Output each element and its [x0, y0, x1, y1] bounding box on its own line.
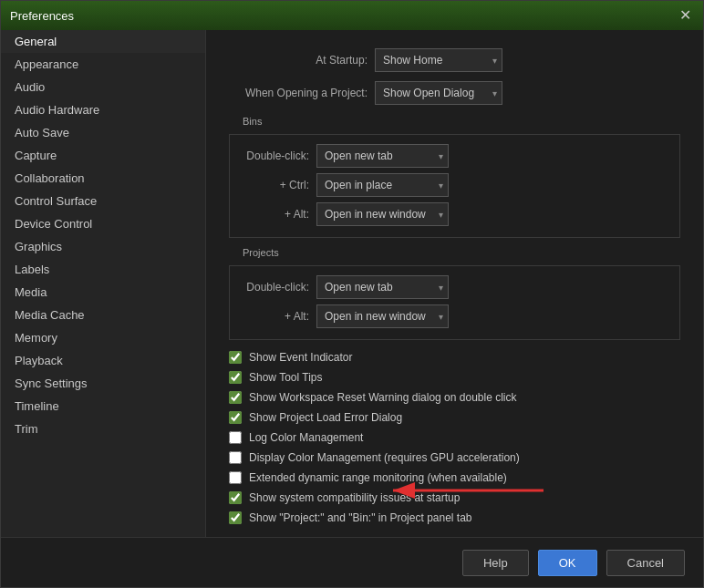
- projects-title: Projects: [243, 247, 680, 258]
- startup-label: At Startup:: [229, 54, 375, 67]
- checkbox-label-2: Show Workspace Reset Warning dialog on d…: [249, 391, 516, 404]
- checkbox-row-4: Log Color Management: [229, 431, 680, 444]
- bins-group: Double-click: Open new tabOpen in placeO…: [229, 134, 680, 238]
- checkbox-5[interactable]: [229, 451, 242, 464]
- cancel-button[interactable]: Cancel: [606, 550, 685, 576]
- projects-dblclick-select[interactable]: Open new tabOpen in placeOpen in new win…: [316, 275, 449, 299]
- checkbox-1[interactable]: [229, 371, 242, 384]
- dialog-title: Preferences: [10, 9, 74, 23]
- bins-dblclick-label: Double-click:: [243, 150, 316, 162]
- main-panel: At Startup: Show HomeShow Open DialogOpe…: [206, 30, 703, 537]
- sidebar-item-trim[interactable]: Trim: [1, 418, 205, 440]
- arrow-indicator: [384, 477, 548, 504]
- projects-alt-row: + Alt: Open in new windowOpen new tabOpe…: [243, 304, 666, 328]
- projects-dblclick-select-wrapper: Open new tabOpen in placeOpen in new win…: [316, 275, 449, 299]
- bins-ctrl-row: + Ctrl: Open in placeOpen new tabOpen in…: [243, 173, 666, 197]
- opening-row: When Opening a Project: Show Open Dialog…: [229, 81, 680, 105]
- bins-alt-select-wrapper: Open in new windowOpen new tabOpen in pl…: [316, 202, 449, 226]
- bins-alt-select[interactable]: Open in new windowOpen new tabOpen in pl…: [316, 202, 449, 226]
- sidebar: GeneralAppearanceAudioAudio HardwareAuto…: [1, 30, 206, 537]
- bins-section: Bins Double-click: Open new tabOpen in p…: [229, 116, 680, 238]
- preferences-dialog: Preferences ✕ GeneralAppearanceAudioAudi…: [0, 0, 704, 588]
- title-bar: Preferences ✕: [1, 1, 703, 30]
- sidebar-item-audio-hardware[interactable]: Audio Hardware: [1, 98, 205, 121]
- content-area: GeneralAppearanceAudioAudio HardwareAuto…: [1, 30, 703, 537]
- checkbox-0[interactable]: [229, 351, 242, 364]
- checkbox-label-1: Show Tool Tips: [249, 371, 323, 384]
- checkbox-label-5: Display Color Management (requires GPU a…: [249, 451, 520, 464]
- sidebar-item-media[interactable]: Media: [1, 281, 205, 304]
- close-button[interactable]: ✕: [676, 6, 694, 25]
- sidebar-item-media-cache[interactable]: Media Cache: [1, 304, 205, 326]
- sidebar-item-audio[interactable]: Audio: [1, 76, 205, 98]
- sidebar-item-timeline[interactable]: Timeline: [1, 395, 205, 418]
- checkbox-row-2: Show Workspace Reset Warning dialog on d…: [229, 391, 680, 404]
- sidebar-item-graphics[interactable]: Graphics: [1, 235, 205, 258]
- projects-alt-select[interactable]: Open in new windowOpen new tabOpen in pl…: [316, 304, 449, 328]
- startup-select[interactable]: Show HomeShow Open DialogOpen last proje…: [375, 48, 502, 72]
- checkbox-8[interactable]: [229, 511, 242, 524]
- sidebar-item-capture[interactable]: Capture: [1, 144, 205, 167]
- sidebar-item-device-control[interactable]: Device Control: [1, 212, 205, 235]
- projects-dblclick-label: Double-click:: [243, 281, 316, 294]
- checkbox-row-1: Show Tool Tips: [229, 371, 680, 384]
- projects-alt-label: + Alt:: [243, 310, 316, 323]
- checkbox-4[interactable]: [229, 431, 242, 444]
- checkbox-3[interactable]: [229, 411, 242, 424]
- projects-section: Projects Double-click: Open new tabOpen …: [229, 247, 680, 340]
- sidebar-item-general[interactable]: General: [1, 30, 205, 53]
- ok-button[interactable]: OK: [538, 550, 597, 576]
- checkbox-row-5: Display Color Management (requires GPU a…: [229, 451, 680, 464]
- bins-title: Bins: [243, 116, 680, 127]
- checkbox-label-0: Show Event Indicator: [249, 351, 352, 364]
- sidebar-item-auto-save[interactable]: Auto Save: [1, 121, 205, 144]
- bins-dblclick-select[interactable]: Open new tabOpen in placeOpen in new win…: [316, 144, 449, 168]
- bins-ctrl-select-wrapper: Open in placeOpen new tabOpen in new win…: [316, 173, 449, 197]
- checkbox-label-8: Show "Project:" and "Bin:" in Project pa…: [249, 511, 472, 524]
- sidebar-item-memory[interactable]: Memory: [1, 326, 205, 349]
- checkbox-7[interactable]: [229, 491, 242, 504]
- opening-select-wrapper: Show Open DialogShow HomeOpen in place ▾: [375, 81, 502, 105]
- startup-select-wrapper: Show HomeShow Open DialogOpen last proje…: [375, 48, 502, 72]
- footer: Help OK Cancel: [1, 537, 703, 587]
- checkbox-row-0: Show Event Indicator: [229, 351, 680, 364]
- startup-row: At Startup: Show HomeShow Open DialogOpe…: [229, 48, 680, 72]
- checkbox-row-3: Show Project Load Error Dialog: [229, 411, 680, 424]
- projects-dblclick-row: Double-click: Open new tabOpen in placeO…: [243, 275, 666, 299]
- checkbox-label-4: Log Color Management: [249, 431, 363, 444]
- sidebar-item-sync-settings[interactable]: Sync Settings: [1, 372, 205, 395]
- bins-dblclick-row: Double-click: Open new tabOpen in placeO…: [243, 144, 666, 168]
- projects-alt-select-wrapper: Open in new windowOpen new tabOpen in pl…: [316, 304, 449, 328]
- opening-select[interactable]: Show Open DialogShow HomeOpen in place: [375, 81, 502, 105]
- sidebar-item-appearance[interactable]: Appearance: [1, 53, 205, 76]
- sidebar-item-labels[interactable]: Labels: [1, 258, 205, 281]
- opening-label: When Opening a Project:: [229, 87, 375, 99]
- checkbox-2[interactable]: [229, 391, 242, 404]
- bins-ctrl-label: + Ctrl:: [243, 179, 316, 191]
- checkbox-label-3: Show Project Load Error Dialog: [249, 411, 402, 424]
- sidebar-item-control-surface[interactable]: Control Surface: [1, 190, 205, 212]
- sidebar-item-playback[interactable]: Playback: [1, 349, 205, 372]
- bins-dblclick-select-wrapper: Open new tabOpen in placeOpen in new win…: [316, 144, 449, 168]
- bins-ctrl-select[interactable]: Open in placeOpen new tabOpen in new win…: [316, 173, 449, 197]
- help-button[interactable]: Help: [462, 550, 529, 576]
- projects-group: Double-click: Open new tabOpen in placeO…: [229, 265, 680, 340]
- bins-alt-label: + Alt:: [243, 208, 316, 221]
- checkbox-6[interactable]: [229, 471, 242, 484]
- sidebar-item-collaboration[interactable]: Collaboration: [1, 167, 205, 190]
- bins-alt-row: + Alt: Open in new windowOpen new tabOpe…: [243, 202, 666, 226]
- checkbox-row-8: Show "Project:" and "Bin:" in Project pa…: [229, 511, 680, 524]
